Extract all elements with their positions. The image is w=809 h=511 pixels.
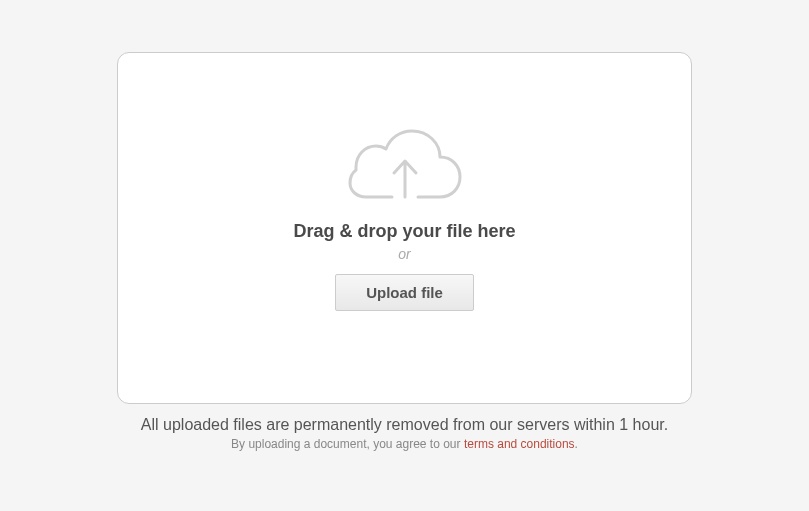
dropzone-heading: Drag & drop your file here: [293, 221, 515, 242]
footer-notice-block: All uploaded files are permanently remov…: [141, 416, 668, 451]
agree-prefix: By uploading a document, you agree to ou…: [231, 437, 464, 451]
agree-suffix: .: [575, 437, 578, 451]
file-dropzone[interactable]: Drag & drop your file here or Upload fil…: [117, 52, 692, 404]
dropzone-or-text: or: [398, 246, 410, 262]
terms-agree-line: By uploading a document, you agree to ou…: [141, 437, 668, 451]
terms-and-conditions-link[interactable]: terms and conditions: [464, 437, 575, 451]
cloud-upload-icon: [346, 125, 464, 203]
removal-notice-text: All uploaded files are permanently remov…: [141, 416, 668, 434]
upload-file-button[interactable]: Upload file: [335, 274, 474, 311]
